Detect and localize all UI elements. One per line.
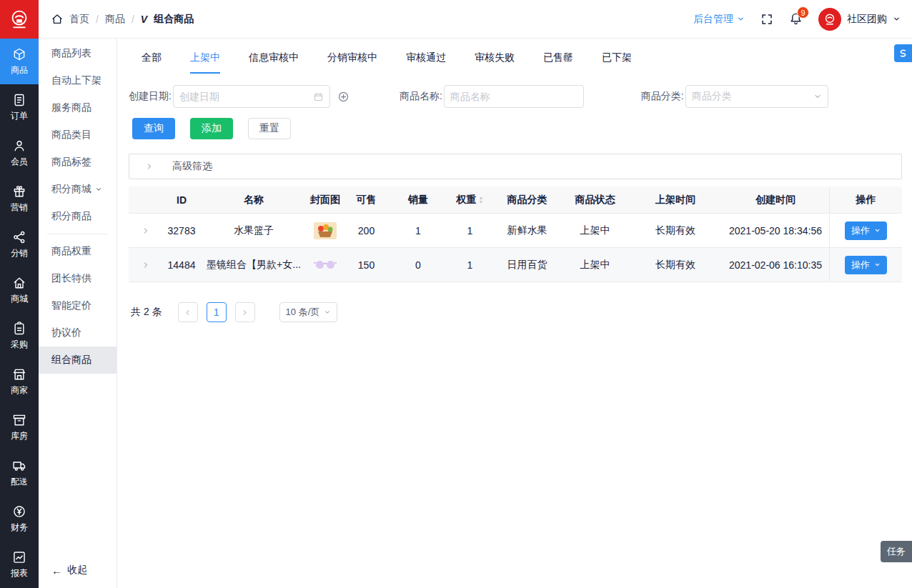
- admin-menu-dropdown[interactable]: 后台管理: [693, 13, 745, 26]
- breadcrumb-home[interactable]: 首页: [69, 13, 89, 26]
- calendar-icon[interactable]: [313, 91, 324, 102]
- submenu-item-tags[interactable]: 商品标签: [39, 149, 117, 176]
- task-panel-tag[interactable]: 任务: [881, 541, 912, 562]
- breadcrumb-current: 组合商品: [154, 13, 194, 26]
- task-panel-label: 任务: [887, 546, 906, 557]
- rail-item-mall[interactable]: 商城: [0, 267, 39, 313]
- category-select[interactable]: 商品分类: [685, 85, 828, 108]
- submenu-item-weight[interactable]: 商品权重: [39, 238, 117, 265]
- tab-review-passed[interactable]: 审核通过: [406, 51, 446, 74]
- members-icon: [12, 139, 26, 153]
- row-action-label: 操作: [851, 224, 870, 237]
- action-buttons: 查询 添加 重置: [132, 118, 902, 139]
- search-button[interactable]: 查询: [132, 118, 175, 139]
- pagination-total: 共 2 条: [131, 306, 162, 319]
- rail-item-label: 采购: [11, 339, 28, 351]
- account-menu[interactable]: 社区团购: [818, 8, 901, 31]
- chevron-down-icon: [813, 92, 822, 101]
- submenu-divider: [47, 234, 108, 234]
- tab-distribution-review[interactable]: 分销审核中: [327, 51, 377, 74]
- storefront-icon: [12, 276, 26, 290]
- app-logo[interactable]: [0, 0, 39, 39]
- tab-review-failed[interactable]: 审核失败: [475, 51, 515, 74]
- submenu-item-auto-shelf[interactable]: 自动上下架: [39, 67, 117, 94]
- breadcrumb-section[interactable]: 商品: [105, 13, 125, 26]
- cell-created: 2021-02-06 16:10:35: [722, 248, 829, 281]
- product-name-field[interactable]: [450, 91, 578, 102]
- combo-goods-icon: V: [141, 14, 147, 25]
- rail-item-marketing[interactable]: 营销: [0, 176, 39, 221]
- row-action-label: 操作: [851, 259, 870, 271]
- page-size-select[interactable]: 10 条/页: [279, 302, 338, 322]
- add-button[interactable]: 添加: [190, 118, 233, 139]
- share-network-icon: [12, 230, 26, 244]
- submenu-item-label: 自动上下架: [51, 74, 101, 87]
- rail-item-warehouse[interactable]: 库房: [0, 404, 39, 450]
- submenu-item-smart-pricing[interactable]: 智能定价: [39, 292, 117, 319]
- next-page-button[interactable]: [235, 302, 255, 322]
- cell-id: 14484: [163, 248, 200, 281]
- rail-item-purchase[interactable]: 采购: [0, 313, 39, 359]
- reset-button[interactable]: 重置: [248, 118, 291, 139]
- create-date-field[interactable]: [179, 91, 313, 102]
- cell-weight: 1: [447, 248, 493, 281]
- rail-item-label: 营销: [11, 201, 28, 214]
- collapse-sidebar-button[interactable]: ← 收起: [51, 564, 87, 577]
- tab-off-shelf[interactable]: 已下架: [602, 51, 632, 74]
- chevron-down-icon: [737, 15, 745, 23]
- chevron-down-icon: [874, 227, 881, 234]
- theme-helper-widget[interactable]: [894, 44, 912, 62]
- header-created: 创建时间: [722, 186, 829, 213]
- prev-page-button[interactable]: [178, 302, 198, 322]
- rail-item-members[interactable]: 会员: [0, 130, 39, 176]
- submenu-item-product-list[interactable]: 商品列表: [39, 40, 117, 67]
- home-icon[interactable]: [51, 14, 63, 25]
- submenu-item-label: 服务商品: [51, 101, 91, 114]
- submenu-item-service-goods[interactable]: 服务商品: [39, 94, 117, 121]
- rail-item-goods[interactable]: 商品: [0, 39, 39, 84]
- notifications-button[interactable]: 9: [789, 12, 803, 26]
- header-sales: 销量: [390, 186, 447, 213]
- cell-sellable: 150: [343, 248, 390, 281]
- header-name: 名称: [200, 186, 307, 213]
- cell-status: 上架中: [561, 214, 629, 247]
- chevron-right-icon: [145, 162, 154, 171]
- name-filter-label: 商品名称:: [400, 90, 442, 103]
- rail-item-distribution[interactable]: 分销: [0, 221, 39, 267]
- row-expand-icon[interactable]: [142, 261, 150, 269]
- advanced-filter-toggle[interactable]: 高级筛选: [129, 154, 902, 179]
- rail-item-reports[interactable]: 报表: [0, 542, 39, 587]
- submenu-item-points-mall[interactable]: 积分商城: [39, 176, 117, 203]
- row-expand-icon[interactable]: [142, 226, 150, 235]
- row-action-button[interactable]: 操作: [845, 221, 887, 240]
- tab-on-shelf[interactable]: 上架中: [190, 51, 220, 74]
- rail-item-merchant[interactable]: 商家: [0, 359, 39, 404]
- logo-s-icon: [898, 48, 908, 59]
- sort-weight-control[interactable]: ▲▼: [479, 196, 484, 204]
- rail-item-orders[interactable]: 订单: [0, 84, 39, 130]
- row-action-button[interactable]: 操作: [845, 256, 887, 274]
- submenu-item-leader-special[interactable]: 团长特供: [39, 265, 117, 292]
- app-body: 商品 订单 会员 营销 分销: [0, 39, 912, 588]
- submenu-item-category[interactable]: 商品类目: [39, 121, 117, 149]
- primary-sidebar: 商品 订单 会员 营销 分销: [0, 39, 39, 588]
- tab-all[interactable]: 全部: [142, 51, 162, 74]
- tab-info-review[interactable]: 信息审核中: [249, 51, 299, 74]
- submenu-item-agreement-price[interactable]: 协议价: [39, 319, 117, 347]
- create-date-input[interactable]: [173, 85, 330, 108]
- product-name-input[interactable]: [444, 85, 584, 108]
- chevron-down-icon: [324, 309, 331, 316]
- page-number-button[interactable]: 1: [207, 302, 227, 322]
- cell-name: 水果篮子: [200, 214, 307, 247]
- tab-sold-out[interactable]: 已售罄: [543, 51, 573, 74]
- rail-item-delivery[interactable]: 配送: [0, 450, 39, 496]
- submenu-item-points-goods[interactable]: 积分商品: [39, 203, 117, 230]
- submenu-item-combo-goods[interactable]: 组合商品: [39, 347, 117, 374]
- cell-cover: [307, 248, 343, 281]
- fullscreen-icon[interactable]: [760, 13, 773, 26]
- add-date-range-icon[interactable]: [337, 91, 350, 103]
- products-table: ID 名称 封面图 可售 销量 权重 ▲▼ 商品分类 商品状态 上架时间 创建时…: [129, 186, 902, 282]
- rail-item-label: 配送: [11, 476, 28, 488]
- archive-box-icon: [12, 413, 26, 427]
- rail-item-finance[interactable]: 财务: [0, 496, 39, 542]
